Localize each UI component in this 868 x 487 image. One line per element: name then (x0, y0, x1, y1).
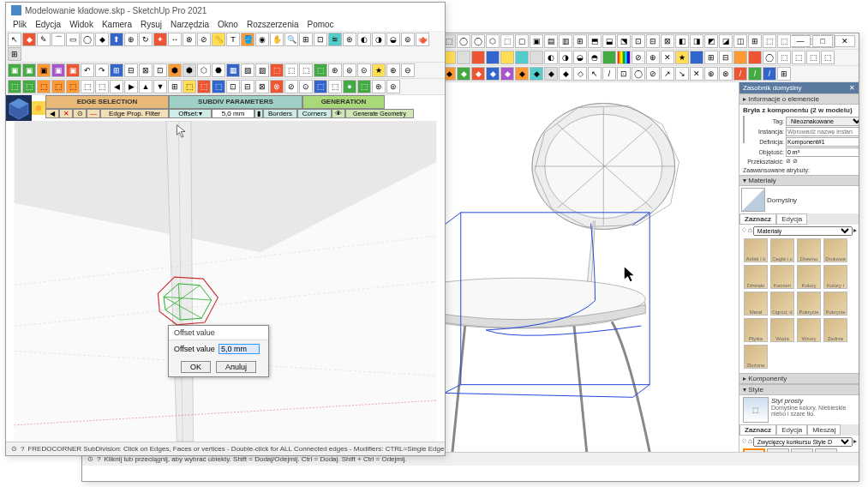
tool-icon[interactable]: ● (343, 80, 356, 93)
tool-icon[interactable]: ⬢ (168, 63, 182, 77)
swatch[interactable]: Woda (770, 318, 794, 342)
tool-icon[interactable]: ⊘ (197, 33, 211, 46)
materials-header[interactable]: ▾ Materiały (739, 175, 859, 186)
close-button[interactable]: ✕ (835, 35, 855, 47)
tool-icon[interactable] (500, 51, 514, 64)
tool-icon[interactable]: ⊕ (124, 33, 138, 46)
tool-icon[interactable]: ⬚ (37, 80, 51, 93)
tool-icon[interactable]: ◯ (471, 34, 485, 48)
tool-icon[interactable]: ◆ (457, 67, 470, 81)
teapot-icon[interactable]: 🫖 (416, 33, 429, 46)
tool-icon[interactable]: ◆ (559, 67, 572, 81)
tool-icon[interactable]: ✦ (153, 33, 167, 46)
tool-icon[interactable]: ▨ (255, 63, 269, 77)
tool-icon[interactable]: ⊟ (646, 34, 660, 48)
tool-icon[interactable]: ◯ (81, 33, 94, 46)
tool-icon[interactable]: ⬡ (486, 34, 500, 48)
plugin-sun-icon[interactable] (32, 95, 45, 121)
tool-icon[interactable]: ⬚ (299, 63, 313, 77)
swatch[interactable]: Złożone (744, 345, 768, 369)
swatch[interactable]: Metal (744, 292, 768, 316)
tool-icon[interactable]: ⬚ (270, 63, 284, 77)
tool-icon[interactable]: ⊞ (168, 80, 182, 93)
tool-icon[interactable]: T (226, 33, 240, 46)
swatch[interactable]: Pokrycie (823, 292, 847, 316)
tool-icon[interactable]: ⊠ (139, 63, 153, 77)
menu-item[interactable]: Rozszerzenia (247, 20, 299, 29)
tool-icon[interactable]: / (602, 67, 616, 81)
tool-icon[interactable]: ⬚ (197, 80, 211, 93)
tool-icon[interactable]: ⬚ (314, 80, 327, 93)
tool-icon[interactable]: ⊟ (241, 80, 254, 93)
tool-icon[interactable]: ⊕ (704, 67, 718, 81)
tool-icon[interactable]: ⊚ (401, 33, 415, 46)
tab-select2[interactable]: Zaznacz (739, 424, 776, 436)
instance-input[interactable] (786, 127, 859, 136)
maximize-button[interactable]: □ (812, 35, 833, 47)
tool-icon[interactable]: ◒ (386, 33, 400, 46)
select-icon[interactable]: ↖ (8, 33, 21, 46)
tool-icon[interactable]: ⊕ (646, 51, 660, 64)
tool-icon[interactable]: ⬚ (792, 51, 805, 64)
tool-icon[interactable]: ⊗ (719, 67, 733, 81)
tool-icon[interactable]: ⬚ (821, 51, 835, 64)
tool-icon[interactable]: ◇ (573, 67, 587, 81)
viewport-1[interactable]: Offset value Offset value OK Anuluj (6, 121, 445, 442)
swatch[interactable]: Płytka (744, 318, 768, 342)
tool-icon[interactable]: ▲ (139, 80, 153, 93)
tool-icon[interactable]: ⬚ (777, 51, 791, 64)
tool-icon[interactable]: ⊖ (401, 63, 415, 77)
tool-icon[interactable]: ⊡ (632, 34, 645, 48)
tool-icon[interactable]: ✕ (690, 67, 703, 81)
back-icon[interactable]: ◀ (45, 109, 59, 118)
tool-icon[interactable]: ◆ (515, 67, 529, 81)
menu-item[interactable]: Kamera (102, 20, 132, 29)
cancel-icon[interactable]: ✕ (59, 109, 73, 118)
tool-icon[interactable]: ⬒ (588, 34, 602, 48)
eye-icon[interactable]: 👁 (332, 109, 345, 118)
tool-icon[interactable]: ★ (372, 63, 386, 77)
tool-icon[interactable]: ⬚ (66, 80, 80, 93)
tool-icon[interactable]: ⊛ (343, 33, 356, 46)
tool-icon[interactable]: ⬚ (314, 63, 327, 77)
tool-icon[interactable]: ◀ (110, 80, 123, 93)
swatch[interactable]: Zadrze (823, 318, 847, 342)
menu-item[interactable]: Plik (13, 20, 27, 29)
tool-icon[interactable] (471, 51, 485, 64)
tool-icon[interactable]: ⊠ (661, 34, 674, 48)
tool-icon[interactable]: ◆ (95, 33, 109, 46)
tool-icon[interactable]: 🔍 (284, 33, 298, 46)
tool-icon[interactable]: ⊡ (226, 80, 240, 93)
tool-icon[interactable]: ◫ (733, 34, 747, 48)
tab-select[interactable]: Zaznacz (739, 213, 776, 225)
tool-icon[interactable]: ⊞ (748, 34, 762, 48)
tool-icon[interactable]: ⊞ (110, 63, 123, 77)
tool-icon[interactable]: ▧ (241, 63, 254, 77)
swatch[interactable]: Kolory i (823, 265, 847, 289)
menu-item[interactable]: Narzędzia (171, 20, 209, 29)
toggle-icon[interactable]: ⊘ ⊘ (786, 158, 798, 165)
tool-icon[interactable]: ◧ (675, 34, 689, 48)
tool-icon[interactable]: ◑ (372, 33, 386, 46)
menu-item[interactable]: Edycja (35, 20, 61, 29)
tool-icon[interactable]: ⌒ (51, 33, 65, 46)
tool-icon[interactable]: ⬚ (8, 80, 21, 93)
tool-icon[interactable]: ⬆ (110, 33, 123, 46)
tool-icon[interactable]: ≋ (328, 33, 342, 46)
tool-icon[interactable]: ⊜ (386, 80, 400, 93)
tool-icon[interactable]: ◨ (690, 34, 703, 48)
swatch[interactable]: Asfalt i b (744, 238, 768, 262)
pencil-icon[interactable]: ✎ (37, 33, 51, 46)
borders-btn[interactable]: Borders (263, 109, 297, 118)
paint-icon[interactable]: 🪣 (241, 33, 254, 46)
tool-icon[interactable]: ⊘ (632, 51, 645, 64)
edge-prop-filter[interactable]: Edge Prop. Filter (100, 109, 169, 118)
tool-icon[interactable]: ⊞ (573, 34, 587, 48)
tool-icon[interactable]: ⬔ (617, 34, 631, 48)
tool-icon[interactable]: ◩ (704, 34, 718, 48)
tool-icon[interactable]: ⊜ (343, 63, 356, 77)
tool-icon[interactable]: ⬢ (183, 63, 196, 77)
minimize-button[interactable]: — (790, 35, 811, 47)
swatch[interactable]: Dźwięki (744, 265, 768, 289)
tool-icon[interactable]: ◆ (486, 67, 500, 81)
